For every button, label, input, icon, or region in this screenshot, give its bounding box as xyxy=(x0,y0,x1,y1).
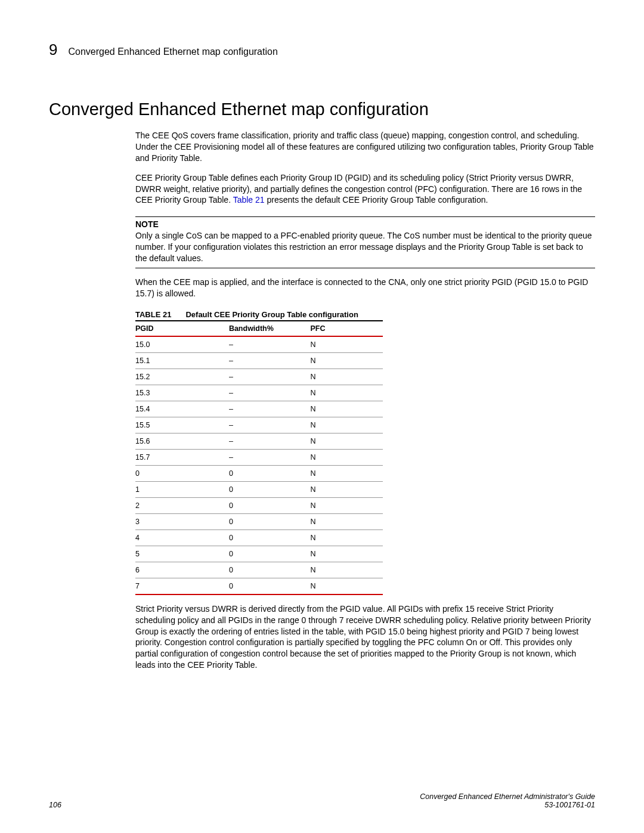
table-cell: N xyxy=(311,336,383,353)
note-rule-bottom xyxy=(135,268,595,268)
table-cell: 0 xyxy=(229,465,311,481)
running-header: 9 Converged Enhanced Ethernet map config… xyxy=(49,41,595,59)
table-row: 15.1–N xyxy=(135,352,383,368)
table-cell: 0 xyxy=(229,562,311,578)
table-cell: – xyxy=(229,368,311,385)
chapter-number: 9 xyxy=(49,41,57,59)
priority-group-table: PGID Bandwidth% PFC 15.0–N15.1–N15.2–N15… xyxy=(135,320,383,595)
table-cell: 6 xyxy=(135,562,229,578)
table-caption-text: Default CEE Priority Group Table configu… xyxy=(185,310,358,319)
page-number: 106 xyxy=(49,801,61,809)
table-cell: 15.3 xyxy=(135,385,229,401)
table-cell: 5 xyxy=(135,546,229,562)
table-cell: N xyxy=(311,513,383,529)
page-footer: 106 Converged Enhanced Ethernet Administ… xyxy=(49,792,595,809)
table-row: 20N xyxy=(135,497,383,513)
table-cell: 0 xyxy=(229,497,311,513)
col-header-bandwidth: Bandwidth% xyxy=(229,321,311,336)
paragraph-ceemap: When the CEE map is applied, and the int… xyxy=(135,277,595,299)
table-cell: N xyxy=(311,385,383,401)
table-cell: 7 xyxy=(135,578,229,594)
table-cell: 15.1 xyxy=(135,352,229,368)
table-caption: TABLE 21Default CEE Priority Group Table… xyxy=(135,310,595,319)
table-cell: N xyxy=(311,578,383,594)
table-row: 15.5–N xyxy=(135,417,383,433)
table-cell: 15.2 xyxy=(135,368,229,385)
table-cell: N xyxy=(311,401,383,417)
table-cell: 0 xyxy=(135,465,229,481)
paragraph-pgtable: CEE Priority Group Table defines each Pr… xyxy=(135,172,595,206)
table-cell: 4 xyxy=(135,529,229,546)
table-cell: N xyxy=(311,368,383,385)
table-cell: – xyxy=(229,385,311,401)
table-row: 10N xyxy=(135,481,383,497)
table-cell: 2 xyxy=(135,497,229,513)
table-cell: N xyxy=(311,352,383,368)
table-cell: – xyxy=(229,449,311,465)
table-cell: N xyxy=(311,465,383,481)
note-body: Only a single CoS can be mapped to a PFC… xyxy=(135,230,595,264)
table-row: 15.6–N xyxy=(135,433,383,449)
table-cell: – xyxy=(229,401,311,417)
table-cell: 15.7 xyxy=(135,449,229,465)
table-row: 50N xyxy=(135,546,383,562)
paragraph-pgtable-b: presents the default CEE Priority Group … xyxy=(265,195,488,205)
footer-guide-name: Converged Enhanced Ethernet Administrato… xyxy=(420,792,595,801)
paragraph-strict-priority: Strict Priority versus DWRR is derived d… xyxy=(135,603,595,671)
table-21-link[interactable]: Table 21 xyxy=(233,195,265,205)
footer-doc-number: 53-1001761-01 xyxy=(420,801,595,809)
table-cell: 0 xyxy=(229,546,311,562)
table-header-row: PGID Bandwidth% PFC xyxy=(135,321,383,336)
table-cell: N xyxy=(311,529,383,546)
table-cell: – xyxy=(229,433,311,449)
col-header-pfc: PFC xyxy=(311,321,383,336)
table-cell: 0 xyxy=(229,481,311,497)
table-cell: 0 xyxy=(229,529,311,546)
table-cell: N xyxy=(311,433,383,449)
note-block: NOTE Only a single CoS can be mapped to … xyxy=(135,216,595,264)
table-row: 60N xyxy=(135,562,383,578)
table-row: 00N xyxy=(135,465,383,481)
table-row: 30N xyxy=(135,513,383,529)
table-row: 15.7–N xyxy=(135,449,383,465)
table-row: 15.0–N xyxy=(135,336,383,353)
table-cell: N xyxy=(311,562,383,578)
table-cell: – xyxy=(229,352,311,368)
page-title: Converged Enhanced Ethernet map configur… xyxy=(49,100,595,119)
table-cell: – xyxy=(229,336,311,353)
table-row: 15.4–N xyxy=(135,401,383,417)
table-label: TABLE 21 xyxy=(135,310,171,319)
paragraph-intro: The CEE QoS covers frame classification,… xyxy=(135,130,595,164)
content-body: The CEE QoS covers frame classification,… xyxy=(135,130,595,671)
table-cell: 15.5 xyxy=(135,417,229,433)
table-cell: N xyxy=(311,417,383,433)
col-header-pgid: PGID xyxy=(135,321,229,336)
table-row: 15.3–N xyxy=(135,385,383,401)
table-cell: 15.4 xyxy=(135,401,229,417)
table-row: 70N xyxy=(135,578,383,594)
table-cell: 15.6 xyxy=(135,433,229,449)
table-cell: N xyxy=(311,497,383,513)
header-title: Converged Enhanced Ethernet map configur… xyxy=(68,47,277,57)
table-cell: 15.0 xyxy=(135,336,229,353)
note-heading: NOTE xyxy=(135,219,595,229)
table-cell: 1 xyxy=(135,481,229,497)
table-cell: 0 xyxy=(229,513,311,529)
table-cell: 0 xyxy=(229,578,311,594)
table-cell: N xyxy=(311,546,383,562)
table-cell: – xyxy=(229,417,311,433)
table-cell: 3 xyxy=(135,513,229,529)
table-cell: N xyxy=(311,449,383,465)
table-row: 40N xyxy=(135,529,383,546)
table-row: 15.2–N xyxy=(135,368,383,385)
table-cell: N xyxy=(311,481,383,497)
